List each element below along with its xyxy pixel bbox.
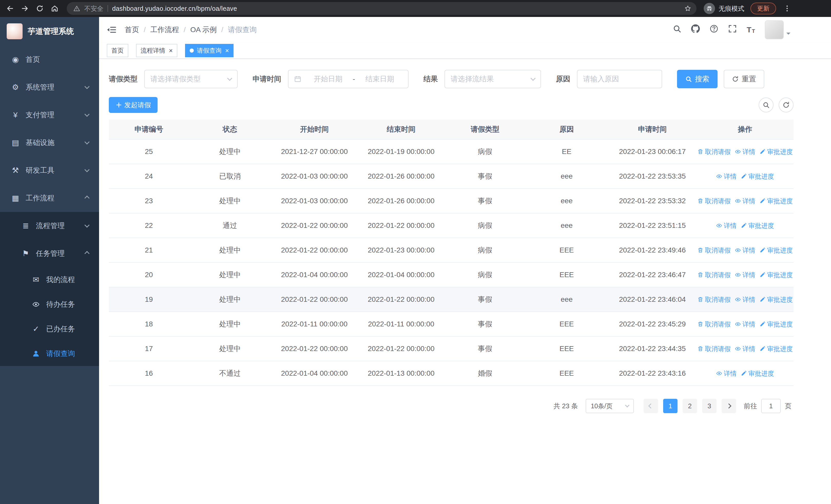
page-button-1[interactable]: 1 bbox=[663, 399, 678, 413]
sidebar-item-todo-tasks[interactable]: 待办任务 bbox=[0, 292, 99, 317]
breadcrumb-item[interactable]: 工作流程 bbox=[150, 25, 179, 35]
cell-apply_time: 2022-01-22 23:43:16 bbox=[608, 369, 697, 378]
sidebar-item-infrastructure[interactable]: ▤基础设施 bbox=[0, 129, 99, 156]
refresh-icon bbox=[732, 76, 739, 82]
approval-progress-link[interactable]: 审批进度 bbox=[760, 295, 793, 304]
action-label: 详情 bbox=[742, 197, 755, 205]
detail-link[interactable]: 详情 bbox=[735, 295, 755, 304]
detail-link[interactable]: 详情 bbox=[735, 320, 755, 328]
approval-progress-link[interactable]: 审批进度 bbox=[760, 148, 793, 156]
detail-link[interactable]: 详情 bbox=[716, 369, 737, 378]
action-label: 审批进度 bbox=[748, 221, 774, 230]
detail-link[interactable]: 详情 bbox=[716, 221, 737, 230]
detail-link[interactable]: 详情 bbox=[735, 271, 755, 279]
page-size-select[interactable]: 10条/页 bbox=[586, 399, 634, 413]
leave-type-select[interactable]: 请选择请假类型 bbox=[144, 70, 238, 88]
approval-progress-link[interactable]: 审批进度 bbox=[760, 271, 793, 279]
goto-page-input[interactable] bbox=[761, 399, 781, 413]
next-page-button[interactable] bbox=[722, 399, 736, 413]
cancel-leave-link[interactable]: 取消请假 bbox=[697, 320, 730, 328]
sidebar-logo[interactable]: 芋道管理系统 bbox=[0, 17, 99, 46]
url-text[interactable]: dashboard.yudao.iocoder.cn/bpm/oa/leave bbox=[112, 5, 678, 12]
cell-no: 24 bbox=[109, 172, 189, 180]
sidebar-item-done-tasks[interactable]: ✓已办任务 bbox=[0, 317, 99, 341]
font-size-icon-small: T bbox=[752, 28, 755, 34]
create-leave-button[interactable]: 发起请假 bbox=[109, 97, 157, 113]
header-search-button[interactable] bbox=[672, 24, 681, 35]
close-icon[interactable]: × bbox=[225, 47, 229, 54]
github-link[interactable] bbox=[691, 24, 700, 35]
approval-progress-link[interactable]: 审批进度 bbox=[760, 246, 793, 255]
refresh-table-button[interactable] bbox=[779, 97, 794, 112]
approval-progress-link[interactable]: 审批进度 bbox=[760, 197, 793, 205]
detail-link[interactable]: 详情 bbox=[735, 197, 755, 205]
tab-home[interactable]: 首页 bbox=[107, 44, 128, 57]
sidebar-item-task-mgmt[interactable]: ⚑任务管理 bbox=[0, 240, 99, 267]
sidebar-item-label: 任务管理 bbox=[36, 249, 80, 259]
cell-start_time: 2022-01-04 00:00:00 bbox=[271, 369, 358, 378]
toggle-search-button[interactable] bbox=[758, 97, 774, 112]
action-label: 取消请假 bbox=[705, 271, 730, 279]
search-button[interactable]: 搜索 bbox=[677, 70, 718, 88]
approval-progress-link[interactable]: 审批进度 bbox=[760, 320, 793, 328]
detail-link[interactable]: 详情 bbox=[735, 246, 755, 255]
breadcrumb-item[interactable]: OA 示例 bbox=[191, 25, 217, 35]
cell-leave_type: 事假 bbox=[445, 344, 525, 354]
approval-progress-link[interactable]: 审批进度 bbox=[741, 221, 774, 230]
page-button-3[interactable]: 3 bbox=[702, 399, 717, 413]
address-bar[interactable]: 不安全 dashboard.yudao.iocoder.cn/bpm/oa/le… bbox=[67, 2, 696, 15]
sidebar-item-leave-query[interactable]: 请假查询 bbox=[0, 341, 99, 366]
sidebar-item-my-process[interactable]: ✉我的流程 bbox=[0, 267, 99, 292]
help-button[interactable] bbox=[710, 24, 718, 35]
tab-leave-query[interactable]: 请假查询× bbox=[185, 44, 233, 57]
prev-page-button[interactable] bbox=[643, 399, 658, 413]
cancel-leave-link[interactable]: 取消请假 bbox=[697, 295, 730, 304]
goto-page: 前往 页 bbox=[744, 399, 792, 413]
approval-progress-link[interactable]: 审批进度 bbox=[741, 172, 774, 181]
browser-update-button[interactable]: 更新 bbox=[750, 3, 776, 14]
detail-link[interactable]: 详情 bbox=[735, 345, 755, 353]
sidebar-item-payment-mgmt[interactable]: ¥支付管理 bbox=[0, 101, 99, 129]
browser-menu-button[interactable] bbox=[780, 2, 794, 16]
sidebar-item-process-mgmt[interactable]: ≣流程管理 bbox=[0, 212, 99, 240]
cancel-leave-link[interactable]: 取消请假 bbox=[697, 246, 730, 255]
page-button-2[interactable]: 2 bbox=[683, 399, 697, 413]
browser-back-button[interactable] bbox=[3, 2, 17, 16]
eye-icon bbox=[716, 223, 722, 229]
cancel-leave-link[interactable]: 取消请假 bbox=[697, 271, 730, 279]
bookmark-star-button[interactable] bbox=[682, 3, 693, 14]
collapse-sidebar-button[interactable] bbox=[107, 26, 116, 34]
browser-reload-button[interactable] bbox=[33, 2, 47, 16]
content: 请假类型 请选择请假类型 申请时间 开始日期 - 结束日期 bbox=[99, 59, 831, 504]
sidebar-item-workflow[interactable]: ▦工作流程 bbox=[0, 184, 99, 212]
breadcrumb-item[interactable]: 首页 bbox=[125, 25, 139, 35]
tab-process-detail[interactable]: 流程详情× bbox=[136, 44, 177, 57]
result-select[interactable]: 请选择流结果 bbox=[445, 70, 541, 88]
search-icon bbox=[763, 101, 770, 109]
close-icon[interactable]: × bbox=[169, 47, 173, 54]
cancel-leave-link[interactable]: 取消请假 bbox=[697, 345, 730, 353]
incognito-badge: 无痕模式 bbox=[704, 3, 744, 14]
cell-end_time: 2022-01-22 00:00:00 bbox=[358, 221, 445, 230]
cancel-leave-link[interactable]: 取消请假 bbox=[697, 197, 730, 205]
security-label[interactable]: 不安全 bbox=[84, 4, 104, 13]
cancel-leave-link[interactable]: 取消请假 bbox=[697, 148, 730, 156]
chevron-down-icon bbox=[84, 84, 90, 89]
sidebar-item-system-mgmt[interactable]: ⚙系统管理 bbox=[0, 73, 99, 101]
fullscreen-button[interactable] bbox=[728, 24, 737, 35]
reset-button[interactable]: 重置 bbox=[724, 70, 764, 88]
detail-link[interactable]: 详情 bbox=[735, 148, 755, 156]
reason-input[interactable] bbox=[577, 70, 662, 88]
detail-link[interactable]: 详情 bbox=[716, 172, 737, 181]
font-size-button[interactable]: TT bbox=[747, 25, 755, 34]
approval-progress-link[interactable]: 审批进度 bbox=[741, 369, 774, 378]
browser-forward-button[interactable] bbox=[18, 2, 32, 16]
approval-progress-link[interactable]: 审批进度 bbox=[760, 345, 793, 353]
browser-home-button[interactable] bbox=[48, 2, 62, 16]
sidebar-item-dev-tools[interactable]: ⚒研发工具 bbox=[0, 156, 99, 184]
sidebar-item-home[interactable]: ◉首页 bbox=[0, 46, 99, 73]
apply-time-range-picker[interactable]: 开始日期 - 结束日期 bbox=[288, 70, 408, 88]
app-frame: 芋道管理系统 ◉首页⚙系统管理¥支付管理▤基础设施⚒研发工具▦工作流程≣流程管理… bbox=[0, 17, 831, 504]
cell-status: 处理中 bbox=[189, 196, 271, 206]
user-menu[interactable] bbox=[765, 20, 791, 39]
